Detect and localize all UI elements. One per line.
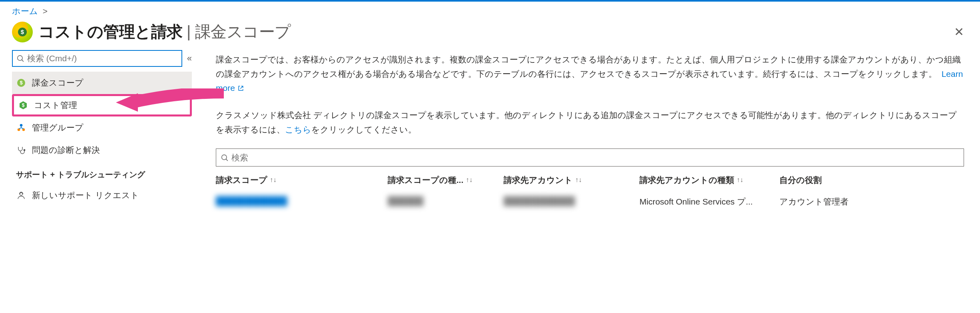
sort-icon: ↑↓ [737,176,743,184]
scopes-table: 請求スコープ ↑↓ 請求スコープの種... ↑↓ 請求先アカウント ↑↓ 請求先… [216,171,964,215]
sidebar-section-header: サポート + トラブルシューティング [16,169,192,180]
svg-line-1 [22,60,24,62]
redacted-text: ████████████ [504,196,575,206]
svg-text:$: $ [20,80,23,86]
table-row[interactable]: ████████████ ██████ ████████████ Microso… [216,189,964,215]
page-title-main: コストの管理と請求 [38,23,183,40]
redacted-text: ██████ [388,196,423,206]
column-header-billing-scope-type[interactable]: 請求スコープの種... ↑↓ [388,175,504,186]
breadcrumb: ホーム > [0,2,980,18]
svg-point-8 [18,129,20,131]
main-content: 課金スコープでは、お客様からのアクセスが識別されます。複数の課金スコープにアクセ… [200,50,980,215]
page-title: コストの管理と請求 | 課金スコープ [38,21,291,43]
sidebar-item-cost-management[interactable]: $ コスト管理 [12,94,192,116]
chevron-right-icon: > [43,6,48,16]
close-icon: ✕ [954,25,964,38]
diagnose-icon [16,146,26,154]
sidebar-item-management-groups[interactable]: 管理グループ [12,116,192,139]
svg-line-13 [226,159,228,161]
svg-point-0 [18,56,22,60]
column-header-role[interactable]: 自分の役割 [779,175,964,186]
external-link-icon [237,82,244,96]
sidebar-item-label: 問題の診断と解決 [32,144,100,156]
page-title-sub: | 課金スコープ [183,23,291,40]
sidebar-item-label: コスト管理 [34,100,77,111]
svg-point-12 [222,155,227,160]
table-search-input[interactable] [231,153,959,163]
sort-icon: ↑↓ [270,176,277,184]
svg-point-9 [23,129,25,131]
close-button[interactable]: ✕ [950,24,968,40]
sidebar-item-label: 新しいサポート リクエスト [32,190,139,201]
col-label: 請求スコープの種... [388,175,464,186]
other-directory-link[interactable]: こちら [285,125,311,134]
sidebar-item-diagnose[interactable]: 問題の診断と解決 [12,139,192,161]
desc2-suffix: をクリックしてください。 [311,125,416,134]
col-label: 請求先アカウント [504,175,573,186]
description-paragraph-2: クラスメソッド株式会社 ディレクトリの課金スコープを表示しています。他のディレク… [216,108,964,136]
cell-billing-scope-type: ██████ [388,196,504,207]
sidebar-search-input[interactable] [27,54,177,63]
sidebar-search-box[interactable] [12,50,182,67]
billing-scope-icon: $ [16,78,26,87]
sidebar-item-label: 課金スコープ [32,77,84,88]
cost-management-icon [12,22,33,42]
support-icon [16,191,26,200]
cell-billing-scope: ████████████ [216,196,388,207]
redacted-text: ████████████ [216,196,287,206]
svg-point-10 [24,149,25,150]
search-icon [17,55,24,62]
description-paragraph-1: 課金スコープでは、お客様からのアクセスが識別されます。複数の課金スコープにアクセ… [216,52,964,96]
sort-icon: ↑↓ [575,176,582,184]
column-header-billing-scope[interactable]: 請求スコープ ↑↓ [216,175,388,186]
sidebar-item-new-support-request[interactable]: 新しいサポート リクエスト [12,184,192,207]
col-label: 請求スコープ [216,175,267,186]
svg-text:$: $ [22,102,25,108]
collapse-sidebar-button[interactable]: « [187,53,192,64]
sidebar: « $ 課金スコープ $ コスト管理 [0,50,200,215]
table-search-box[interactable] [216,148,964,167]
table-header-row: 請求スコープ ↑↓ 請求スコープの種... ↑↓ 請求先アカウント ↑↓ 請求先… [216,171,964,189]
sidebar-item-billing-scope[interactable]: $ 課金スコープ [12,72,192,94]
management-groups-icon [16,123,26,132]
page-header: コストの管理と請求 | 課金スコープ ✕ [0,18,980,50]
breadcrumb-home-link[interactable]: ホーム [12,6,38,16]
search-icon [221,154,228,161]
sidebar-nav: $ 課金スコープ $ コスト管理 [12,72,192,207]
desc-text: 課金スコープでは、お客様からのアクセスが識別されます。複数の課金スコープにアクセ… [216,55,961,78]
cell-billing-account-type: Microsoft Online Services プ... [639,196,779,207]
sort-icon: ↑↓ [466,176,473,184]
sidebar-item-label: 管理グループ [32,122,84,133]
column-header-billing-account[interactable]: 請求先アカウント ↑↓ [504,175,639,186]
svg-point-7 [20,124,22,126]
cost-management-nav-icon: $ [18,100,28,110]
col-label: 請求先アカウントの種類 [639,175,734,186]
column-header-billing-account-type[interactable]: 請求先アカウントの種類 ↑↓ [639,175,779,186]
cell-billing-account: ████████████ [504,196,639,207]
cell-role: アカウント管理者 [779,196,964,207]
col-label: 自分の役割 [779,175,822,186]
